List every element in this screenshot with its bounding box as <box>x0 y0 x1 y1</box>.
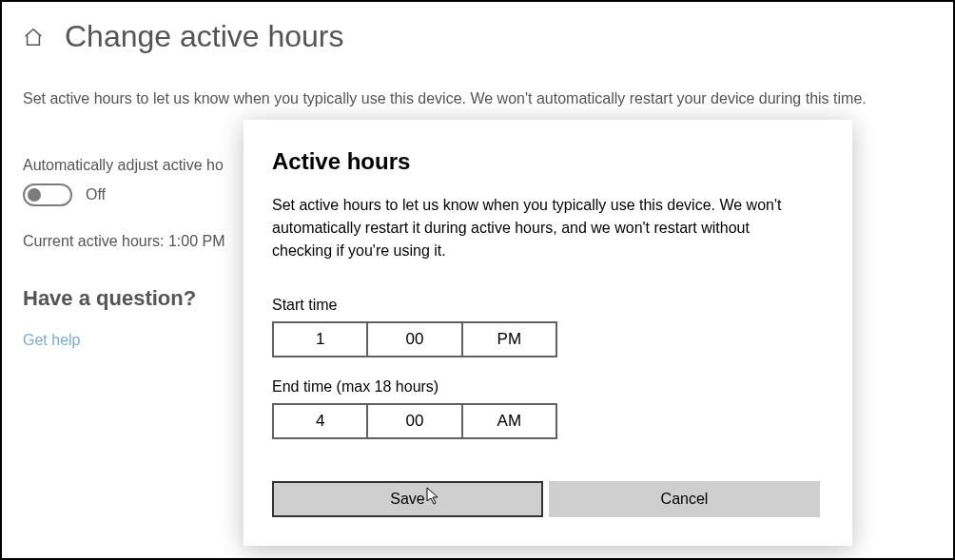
end-time-picker: 4 00 AM <box>272 403 557 439</box>
save-button[interactable]: Save <box>272 481 543 517</box>
end-time-label: End time (max 18 hours) <box>272 378 820 396</box>
end-minute[interactable]: 00 <box>366 405 460 437</box>
start-hour[interactable]: 1 <box>274 323 366 356</box>
start-ampm[interactable]: PM <box>461 323 555 356</box>
start-minute[interactable]: 00 <box>366 323 460 356</box>
dialog-body: Set active hours to let us know when you… <box>272 194 786 262</box>
start-time-label: Start time <box>272 297 820 314</box>
dialog-title: Active hours <box>272 148 820 175</box>
start-time-picker: 1 00 PM <box>272 321 557 357</box>
dialog-buttons: Save Cancel <box>272 481 820 517</box>
cancel-button[interactable]: Cancel <box>549 481 820 517</box>
end-ampm[interactable]: AM <box>461 405 555 437</box>
active-hours-dialog: Active hours Set active hours to let us … <box>244 120 852 546</box>
end-hour[interactable]: 4 <box>274 405 366 437</box>
